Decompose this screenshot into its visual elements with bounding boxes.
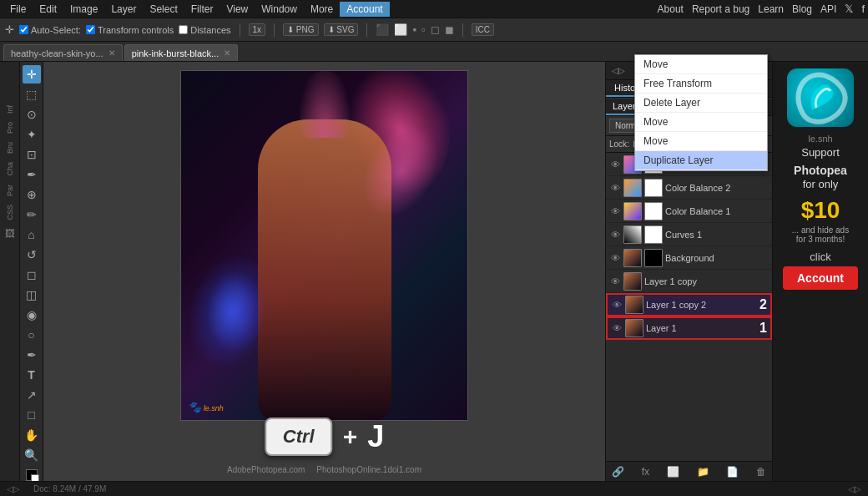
layers-link-btn[interactable]: 🔗 — [609, 466, 627, 478]
panel-bru[interactable]: Bru — [4, 139, 16, 157]
layers-folder-btn[interactable]: 📁 — [694, 466, 712, 478]
layer-thumb-l1 — [625, 319, 643, 337]
history-move-2[interactable]: Move — [635, 113, 767, 132]
history-duplicate-layer[interactable]: Duplicate Layer — [635, 151, 767, 170]
type-tool[interactable]: T — [23, 366, 41, 384]
eye-icon-cb3[interactable]: 👁 — [609, 159, 621, 170]
report-bug-link[interactable]: Report a bug — [692, 3, 749, 15]
marquee-tool[interactable]: ⬚ — [23, 85, 41, 104]
zoom-btn[interactable]: 1x — [249, 23, 266, 36]
hand-tool[interactable]: ✋ — [23, 426, 41, 444]
eye-icon-curves1[interactable]: 👁 — [609, 229, 621, 240]
shape-tool[interactable]: □ — [23, 406, 41, 424]
layers-mask-btn[interactable]: ⬜ — [664, 466, 682, 478]
learn-link[interactable]: Learn — [758, 3, 784, 15]
history-free-transform[interactable]: Free Transform — [635, 74, 767, 94]
blog-link[interactable]: Blog — [792, 3, 812, 15]
tab-pink-ink[interactable]: pink-ink-burst-black... ✕ — [124, 44, 239, 61]
menu-item-edit[interactable]: Edit — [33, 2, 63, 17]
background-color[interactable] — [31, 474, 39, 481]
icc-btn[interactable]: ICC — [472, 23, 494, 36]
align-left-icon[interactable]: ⬛ — [376, 23, 389, 36]
menu-item-select[interactable]: Select — [143, 2, 184, 17]
dodge-tool[interactable]: ○ — [23, 326, 41, 344]
twitter-icon[interactable]: 𝕏 — [845, 3, 853, 15]
layer-row-l1copy2[interactable]: 👁 Layer 1 copy 2 2 — [606, 293, 772, 316]
eye-icon-bg[interactable]: 👁 — [609, 252, 621, 264]
status-bar: ◁▷ Doc: 8.24M / 47.9M ◁▷ — [0, 481, 868, 496]
layer-row-cb1[interactable]: 👁 Color Balance 1 — [606, 200, 772, 223]
tab-heathy[interactable]: heathy-clean-skin-yo... ✕ — [3, 44, 123, 61]
layer-row-curves1[interactable]: 👁 Curves 1 — [606, 223, 772, 246]
magic-wand-tool[interactable]: ✦ — [23, 125, 41, 144]
layers-new-btn[interactable]: 📄 — [724, 466, 741, 478]
align-center-icon[interactable]: ⬜ — [394, 23, 407, 36]
eye-icon-l1copy[interactable]: 👁 — [609, 276, 621, 287]
align-right-icon[interactable]: ▪ — [412, 23, 416, 36]
svg-btn[interactable]: ⬇ SVG — [324, 23, 359, 36]
eye-icon-l1copy2[interactable]: 👁 — [611, 299, 623, 311]
layer-row-l1copy[interactable]: 👁 Layer 1 copy — [606, 270, 772, 293]
layer-row-bg[interactable]: 👁 Background — [606, 246, 772, 270]
brush-tool[interactable]: ✏ — [23, 205, 41, 224]
menu-item-layer[interactable]: Layer — [104, 2, 143, 17]
eye-icon-l1[interactable]: 👁 — [611, 322, 623, 334]
status-right-icon[interactable]: ◁▷ — [848, 484, 861, 493]
png-btn[interactable]: ⬇ PNG — [283, 23, 318, 36]
menu-item-window[interactable]: Window — [255, 2, 304, 17]
menu-item-filter[interactable]: Filter — [184, 2, 220, 17]
clone-tool[interactable]: ⌂ — [23, 225, 41, 244]
layer-row-l1[interactable]: 👁 Layer 1 1 — [606, 316, 772, 340]
history-delete-layer[interactable]: Delete Layer — [635, 94, 767, 113]
eraser-tool[interactable]: ◻ — [23, 266, 41, 284]
foreground-color[interactable] — [26, 469, 38, 481]
layers-fx-btn[interactable]: fx — [639, 466, 652, 478]
move-tool[interactable]: ✛ — [23, 65, 41, 84]
eye-icon-cb1[interactable]: 👁 — [609, 205, 621, 217]
menu-item-file[interactable]: File — [3, 2, 33, 17]
healing-tool[interactable]: ⊕ — [23, 185, 41, 204]
panel-pro[interactable]: Pro — [4, 119, 16, 137]
history-brush-tool[interactable]: ↺ — [23, 245, 41, 264]
history-move-1[interactable]: Move — [635, 62, 767, 74]
align-middle-icon[interactable]: ◻ — [431, 23, 440, 36]
gradient-tool[interactable]: ◫ — [23, 286, 41, 304]
options-bar: ✛ Auto-Select: Transform controls Distan… — [0, 18, 868, 42]
eyedropper-tool[interactable]: ✒ — [23, 165, 41, 184]
align-top-icon[interactable]: ▫ — [421, 23, 426, 36]
api-link[interactable]: API — [820, 3, 836, 15]
panel-par[interactable]: Par — [4, 181, 16, 200]
pen-tool[interactable]: ✒ — [23, 346, 41, 364]
panel-inf[interactable]: Inf — [4, 102, 16, 117]
layers-delete-btn[interactable]: 🗑 — [754, 466, 769, 478]
menu-item-account[interactable]: Account — [340, 2, 389, 17]
facebook-icon[interactable]: f — [861, 3, 865, 15]
crop-tool[interactable]: ⊡ — [23, 145, 41, 164]
tab-pink-ink-close[interactable]: ✕ — [224, 48, 230, 58]
blur-tool[interactable]: ◉ — [23, 306, 41, 324]
distances-checkbox[interactable] — [179, 25, 188, 34]
align-bottom-icon[interactable]: ◼ — [445, 23, 454, 36]
history-move-3[interactable]: Move — [635, 132, 767, 151]
eye-icon-cb2[interactable]: 👁 — [609, 182, 621, 194]
panel-collapse-left[interactable]: ◁▷ — [609, 65, 628, 76]
website-labels: AdobePhotopea.com PhotoshopOnline.1doi1.… — [227, 465, 421, 474]
layer-row-cb2[interactable]: 👁 Color Balance 2 — [606, 176, 772, 200]
panel-img[interactable]: 🖼 — [3, 225, 18, 242]
panel-css[interactable]: CSS — [4, 201, 16, 224]
about-link[interactable]: About — [658, 3, 684, 15]
tab-heathy-close[interactable]: ✕ — [108, 48, 115, 58]
auto-select-checkbox[interactable] — [19, 25, 28, 34]
layer-thumb-cb1 — [623, 202, 642, 220]
menu-item-image[interactable]: Image — [63, 2, 104, 17]
path-selection-tool[interactable]: ↗ — [23, 386, 41, 404]
lasso-tool[interactable]: ⊙ — [23, 105, 41, 124]
ad-account-button[interactable]: Account — [783, 266, 858, 290]
panel-cha[interactable]: Cha — [4, 159, 16, 180]
transform-controls-checkbox[interactable] — [86, 25, 95, 34]
plus-sign: + — [343, 423, 358, 451]
menu-item-more[interactable]: More — [304, 2, 340, 17]
zoom-tool[interactable]: 🔍 — [23, 446, 41, 464]
status-left-icon[interactable]: ◁▷ — [7, 484, 20, 493]
menu-item-view[interactable]: View — [220, 2, 255, 17]
